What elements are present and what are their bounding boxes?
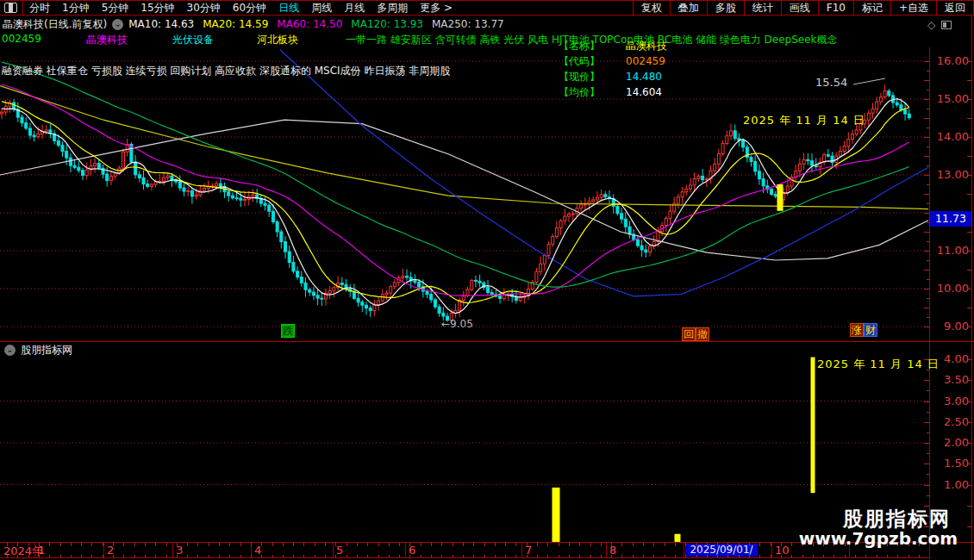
price-axis-label: 9.00 [933, 320, 969, 333]
week-tick [123, 543, 124, 546]
menu-item-1分钟[interactable]: 1分钟 [56, 2, 96, 14]
stock-industry[interactable]: 光伏设备 [172, 33, 214, 47]
indicator-axis-label: 3.50 [933, 373, 969, 386]
menu-button-统计[interactable]: 统计 [744, 1, 781, 15]
indicator-axis-label: 2.50 [933, 415, 969, 428]
axis-tick [924, 175, 929, 176]
axis-tick [924, 289, 929, 289]
low-price-annotation: ←9.05 [441, 318, 473, 330]
menu-item-分时[interactable]: 分时 [23, 2, 56, 14]
axis-tick [924, 61, 929, 62]
week-tick [39, 543, 40, 546]
axis-tick [967, 401, 971, 402]
axis-tick [967, 422, 971, 423]
signal-huiche: 回撤 [682, 327, 709, 341]
stock-board[interactable]: 河北板块 [257, 33, 298, 47]
week-tick [71, 543, 72, 546]
indicator-bar [675, 534, 681, 542]
window-layout-icon[interactable] [4, 3, 17, 13]
week-tick [177, 543, 178, 546]
axis-tick [927, 317, 929, 318]
week-tick [749, 543, 750, 546]
week-tick [855, 555, 856, 557]
week-tick [791, 543, 792, 546]
price-axis-label: 10.00 [933, 282, 969, 295]
week-tick [367, 555, 368, 557]
menu-button-+自选[interactable]: +自选 [890, 1, 936, 15]
week-tick [409, 543, 410, 546]
collapse-chevron-icon[interactable]: ⌄ [112, 19, 123, 30]
axis-tick [927, 109, 929, 109]
diamond-icon[interactable]: ◇ [927, 19, 935, 31]
week-tick [802, 555, 803, 557]
axis-tick [924, 118, 929, 119]
week-tick [357, 543, 358, 546]
stock-name[interactable]: 晶澳科技 [86, 33, 128, 47]
week-tick [7, 555, 8, 557]
week-tick [293, 555, 294, 557]
axis-tick [967, 232, 971, 233]
week-tick [696, 543, 697, 546]
axis-tick [967, 380, 971, 381]
axis-tick [967, 61, 971, 62]
menu-button-返回[interactable]: 返回 [936, 1, 974, 15]
week-tick [453, 555, 453, 557]
date-axis-bottom-border [0, 557, 929, 558]
chart-title: 晶澳科技(日线.前复权) [3, 17, 107, 32]
menu-item-60分钟[interactable]: 60分钟 [227, 2, 272, 14]
menu-item-多周期[interactable]: 多周期 [371, 2, 414, 14]
week-tick [347, 543, 347, 546]
menu-button-叠加[interactable]: 叠加 [670, 1, 707, 15]
axis-tick [927, 241, 929, 242]
week-tick [71, 555, 72, 557]
menu-button-多股[interactable]: 多股 [707, 1, 744, 15]
menu-item-月线[interactable]: 月线 [338, 2, 371, 14]
week-tick [49, 543, 50, 546]
menu-item-周线[interactable]: 周线 [305, 2, 338, 14]
menubar-left: 分时1分钟5分钟15分钟30分钟60分钟日线周线月线多周期更多 > [23, 1, 459, 16]
quote-info-row: 【均价】14.604 [559, 84, 667, 100]
menu-button-复权[interactable]: 复权 [633, 1, 670, 15]
collapse-chevron-icon[interactable]: ⌄ [4, 345, 16, 356]
week-tick [399, 543, 400, 546]
week-tick [579, 555, 580, 557]
menu-button-标记[interactable]: 标记 [853, 1, 890, 15]
axis-tick [927, 495, 929, 496]
signal-zhangcai: 涨财 [850, 323, 877, 337]
axis-tick [967, 175, 971, 176]
month-label: 4 [254, 544, 261, 557]
menu-button-F10[interactable]: F10 [818, 1, 853, 15]
week-tick [399, 555, 400, 557]
month-label: 10 [775, 544, 790, 557]
week-tick [919, 555, 920, 557]
week-tick [463, 555, 464, 557]
week-tick [431, 555, 432, 557]
week-tick [283, 543, 284, 546]
week-tick [209, 555, 209, 557]
main-candlestick-chart[interactable] [0, 47, 929, 341]
menu-item-更多 >[interactable]: 更多 > [414, 2, 459, 14]
month-separator [172, 543, 173, 558]
axis-tick [967, 156, 971, 157]
menu-item-5分钟[interactable]: 5分钟 [96, 2, 135, 14]
axis-tick [927, 474, 929, 475]
menu-item-15分钟[interactable]: 15分钟 [134, 2, 180, 14]
stock-code[interactable]: 002459 [2, 33, 41, 45]
week-tick [441, 543, 442, 546]
indicator-title: 股朋指标网 [21, 343, 72, 358]
axis-tick [927, 184, 929, 185]
menu-item-30分钟[interactable]: 30分钟 [181, 2, 227, 14]
panel-separator[interactable] [0, 341, 974, 342]
week-tick [897, 555, 898, 557]
week-tick [145, 543, 146, 546]
week-tick [759, 543, 760, 546]
ma-line-MA20 [2, 102, 909, 303]
split-window-icon[interactable] [941, 21, 952, 29]
week-tick [611, 543, 612, 546]
week-tick [357, 555, 358, 557]
menu-button-画线[interactable]: 画线 [781, 1, 818, 15]
week-tick [17, 543, 18, 546]
menu-item-日线[interactable]: 日线 [272, 2, 305, 14]
indicator-sub-chart[interactable] [0, 356, 929, 542]
watermark-site-url: www.7gpzb.com [799, 528, 958, 549]
